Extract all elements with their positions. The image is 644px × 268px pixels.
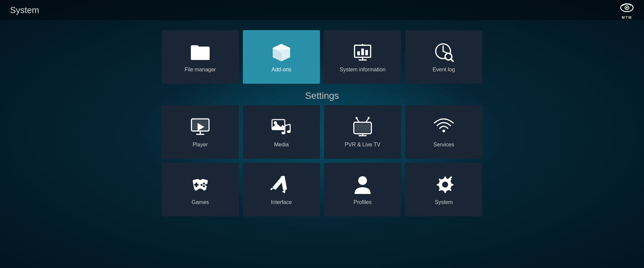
svg-rect-10 bbox=[357, 51, 360, 55]
top-row: File manager Add-ons bbox=[162, 30, 482, 84]
mtm-label: MTM bbox=[622, 15, 632, 19]
services-icon bbox=[433, 116, 454, 138]
svg-line-33 bbox=[285, 124, 290, 126]
event-log-label: Event log bbox=[433, 67, 455, 73]
tile-event-log[interactable]: Event log bbox=[405, 30, 482, 84]
tile-media[interactable]: Media bbox=[243, 105, 320, 159]
games-icon bbox=[190, 174, 211, 195]
svg-point-52 bbox=[203, 185, 205, 187]
services-label: Services bbox=[433, 142, 454, 148]
mtm-logo: MTM bbox=[620, 1, 634, 19]
system-icon bbox=[433, 174, 454, 195]
media-label: Media bbox=[274, 142, 289, 148]
svg-line-24 bbox=[451, 59, 453, 61]
svg-line-40 bbox=[357, 118, 359, 122]
svg-point-58 bbox=[358, 176, 367, 185]
main-content: File manager Add-ons bbox=[0, 20, 644, 268]
mtm-icon bbox=[620, 1, 634, 15]
svg-point-51 bbox=[205, 184, 207, 186]
svg-point-42 bbox=[356, 117, 358, 119]
file-manager-icon bbox=[190, 41, 211, 63]
svg-point-59 bbox=[442, 182, 448, 188]
file-manager-label: File manager bbox=[184, 67, 216, 73]
svg-point-46 bbox=[442, 130, 445, 132]
settings-label: Settings bbox=[305, 90, 339, 101]
add-ons-icon bbox=[271, 41, 292, 63]
svg-rect-56 bbox=[281, 176, 287, 190]
settings-section: Settings bbox=[162, 90, 482, 216]
svg-point-22 bbox=[446, 54, 451, 59]
add-ons-label: Add-ons bbox=[271, 67, 291, 73]
tile-add-ons[interactable]: Add-ons bbox=[243, 30, 320, 84]
games-label: Games bbox=[192, 199, 209, 205]
pvr-live-tv-label: PVR & Live TV bbox=[345, 142, 380, 148]
svg-rect-39 bbox=[355, 124, 370, 132]
tile-system-information[interactable]: System information bbox=[324, 30, 401, 84]
media-icon bbox=[271, 116, 292, 138]
tile-pvr-live-tv[interactable]: PVR & Live TV bbox=[324, 105, 401, 159]
interface-label: Interface bbox=[271, 199, 292, 205]
tile-file-manager[interactable]: File manager bbox=[162, 30, 239, 84]
svg-point-43 bbox=[368, 117, 370, 119]
svg-rect-49 bbox=[194, 184, 199, 186]
svg-marker-32 bbox=[272, 124, 285, 130]
tile-interface[interactable]: Interface bbox=[243, 163, 320, 216]
svg-point-50 bbox=[203, 183, 205, 185]
svg-rect-12 bbox=[365, 50, 368, 55]
page-title: System bbox=[10, 5, 39, 15]
tile-services[interactable]: Services bbox=[405, 105, 482, 159]
settings-row-2: Games Interface bbox=[162, 163, 482, 216]
profiles-label: Profiles bbox=[354, 199, 371, 205]
settings-grid: Player bbox=[162, 105, 482, 216]
tile-profiles[interactable]: Profiles bbox=[324, 163, 401, 216]
player-label: Player bbox=[193, 142, 208, 148]
system-label: System bbox=[435, 199, 452, 205]
tile-player[interactable]: Player bbox=[162, 105, 239, 159]
svg-point-53 bbox=[201, 184, 203, 186]
player-icon bbox=[190, 116, 211, 138]
tile-system[interactable]: System bbox=[405, 163, 482, 216]
tile-games[interactable]: Games bbox=[162, 163, 239, 216]
system-information-label: System information bbox=[340, 67, 386, 73]
svg-point-2 bbox=[626, 7, 628, 8]
settings-row-1: Player bbox=[162, 105, 482, 159]
system-information-icon bbox=[352, 41, 373, 63]
pvr-live-tv-icon bbox=[352, 116, 373, 138]
svg-line-41 bbox=[366, 118, 369, 122]
interface-icon bbox=[271, 174, 292, 195]
svg-rect-3 bbox=[191, 49, 210, 60]
profiles-icon bbox=[352, 174, 373, 195]
header: System MTM bbox=[0, 0, 644, 20]
event-log-icon bbox=[433, 41, 454, 63]
svg-rect-11 bbox=[361, 49, 364, 55]
svg-point-37 bbox=[287, 130, 291, 133]
svg-point-36 bbox=[281, 132, 285, 134]
